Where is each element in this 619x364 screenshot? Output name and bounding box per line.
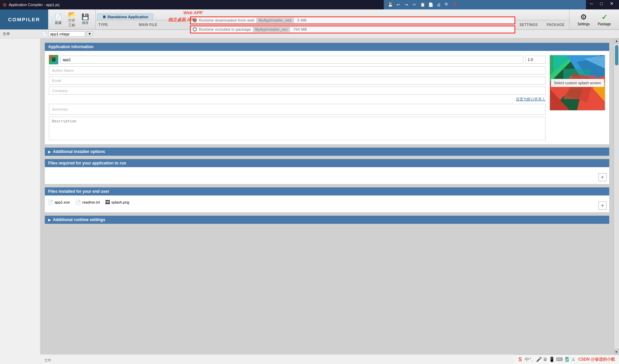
bottom-brand: CSDN @奋进的小航 [578, 357, 615, 362]
file-name-area: 📄 app1.mlapp ▼ [40, 31, 94, 37]
qtb-paste[interactable]: 📄 [427, 1, 434, 8]
files-required-header: Files required for your application to r… [45, 159, 609, 167]
qtb-undo[interactable]: ↩ [395, 1, 402, 8]
pkg-mcr-size: 754 MB [293, 27, 307, 31]
company-row [49, 87, 546, 95]
additional-installer-header[interactable]: ▶ Additional installer options [45, 148, 609, 156]
col-type: TYPE [96, 23, 136, 27]
add-required-file-button[interactable]: + [598, 173, 607, 181]
file-icon-readme: 📄 [75, 200, 81, 205]
file-icon-exe: 📄 [48, 200, 53, 205]
file-name-readme: readme.txt [82, 200, 100, 204]
save-label: 保存 [82, 21, 89, 25]
installed-file-list: 📄 app1.exe 📄 readme.txt 🖼 splash.png [48, 198, 607, 206]
additional-runtime-header[interactable]: ▶ Additional runtime settings [45, 216, 609, 224]
files-installed-header: Files installed for your end user [45, 187, 609, 195]
content-area: Application information 🖥 [40, 38, 614, 355]
summary-input[interactable] [49, 104, 546, 115]
web-app-annotation: Web APP [183, 10, 203, 15]
files-installed-section: Files installed for your end user 📄 app1… [44, 187, 610, 213]
desktop-app-annotation: 独立桌面 APP [168, 17, 196, 23]
bottom-icons: 中°、🎤 🖥 📱 ⌨ 🎽 ⚔ [525, 357, 576, 363]
radio-pkg[interactable] [193, 27, 197, 31]
settings-label: Settings [578, 22, 590, 26]
app-info-title: Application information [48, 44, 94, 49]
package-icon: ✓ [601, 13, 608, 22]
col-settings: SETTINGS [515, 23, 542, 27]
file-section-label: 文件 [44, 358, 51, 363]
app-version-input[interactable] [525, 56, 546, 64]
files-installed-title: Files installed for your end user [48, 189, 109, 194]
sidebar-label-area: 文件 [0, 32, 40, 36]
browse-button[interactable]: ▼ [86, 31, 93, 36]
pkg-web-size: 5 MB [297, 18, 307, 22]
open-icon: 📂 [68, 11, 75, 18]
scroll-up[interactable]: ▲ [614, 38, 619, 44]
save-icon: 💾 [82, 14, 89, 20]
restore-button[interactable]: □ [597, 0, 606, 7]
qtb-cut[interactable]: ✂ [411, 1, 418, 8]
app-info-section: Application information 🖥 [44, 42, 610, 145]
default-contact-link[interactable]: 设置为默认联系人 [516, 97, 546, 101]
col-package: PACKAGE [542, 23, 569, 27]
additional-runtime-section: ▶ Additional runtime settings [44, 215, 610, 224]
app-form-left: 🖥 设 [49, 55, 546, 140]
minimize-button[interactable]: ─ [587, 0, 596, 7]
window-title: Application Compiler - app1.prj [9, 3, 59, 7]
runtime-arrow: ▶ [48, 218, 51, 222]
pkg-mcr-label: Runtime included in package [199, 27, 251, 31]
settings-button[interactable]: ⚙ Settings [575, 11, 592, 27]
pkg-web-name: MyAppInstaller_web [256, 18, 294, 23]
qtb-print[interactable]: 🖨 [435, 1, 442, 8]
mlapp-file-icon: 📄 [42, 31, 47, 36]
qtb-copy[interactable]: 📋 [419, 1, 426, 8]
qtb-find[interactable]: 🔍 [443, 1, 451, 8]
splash-overlay-text[interactable]: Select custom splash screen [551, 79, 604, 87]
bottom-icon-s: S [518, 357, 522, 363]
scroll-down[interactable]: ▼ [614, 349, 619, 355]
default-contact-row: 设置为默认联系人 [49, 97, 546, 102]
package-label: Package [598, 22, 611, 26]
splash-area[interactable]: Select custom splash screen [550, 55, 605, 111]
pkg-web-label: Runtime downloaded from web [199, 18, 254, 22]
pkg-option-pkg[interactable]: Runtime included in package MyAppInstall… [190, 26, 515, 33]
qtb-redo[interactable]: ↪ [403, 1, 410, 8]
open-label: 打开 工程 [68, 18, 75, 28]
scroll-thumb[interactable] [615, 45, 618, 65]
qtb-save[interactable]: 💾 [386, 1, 394, 8]
compiler-label: COMPILER [8, 17, 40, 22]
new-icon: 📄 [55, 14, 62, 20]
package-button[interactable]: ✓ Package [595, 11, 614, 27]
save-button[interactable]: 💾 保存 [79, 12, 91, 27]
app-icon-box: 🖥 [49, 55, 58, 64]
new-button[interactable]: 📄 新建 [52, 12, 64, 27]
compiler-label-section: COMPILER [0, 9, 48, 29]
description-textarea[interactable] [49, 117, 546, 140]
additional-installer-title: Additional installer options [53, 149, 105, 154]
col-mainfile: MAIN FILE [136, 23, 190, 27]
qtb-help[interactable]: ❓ [451, 1, 459, 8]
settings-icon: ⚙ [580, 13, 587, 22]
open-button[interactable]: 📂 打开 工程 [66, 10, 78, 29]
column-headers-row: TYPE MAIN FILE Runtime downloaded from w… [96, 20, 569, 29]
tab-standalone[interactable]: 🖥 Standalone Application [97, 13, 153, 20]
files-required-title: Files required for your application to r… [48, 161, 126, 165]
bottom-bar: S 中°、🎤 🖥 📱 ⌨ 🎽 ⚔ CSDN @奋进的小航 [514, 355, 619, 364]
pkg-mcr-name: MyAppInstaller_mcr [253, 27, 290, 32]
pkg-option-web[interactable]: Runtime downloaded from web MyAppInstall… [190, 17, 515, 24]
files-required-section: Files required for your application to r… [44, 159, 610, 184]
file-name-exe: app1.exe [55, 200, 70, 204]
scrollbar[interactable]: ▲ ▼ [614, 38, 619, 355]
email-input[interactable] [49, 77, 546, 85]
add-installed-file-button[interactable]: + [598, 202, 607, 210]
additional-installer-section: ▶ Additional installer options [44, 147, 610, 156]
file-name-display: app1.mlapp [49, 31, 85, 37]
close-button[interactable]: ✕ [607, 0, 616, 7]
files-required-content: + [45, 167, 609, 184]
app-name-input[interactable] [60, 56, 523, 64]
author-input[interactable] [49, 66, 546, 74]
files-installed-content: 📄 app1.exe 📄 readme.txt 🖼 splash.png + [45, 195, 609, 212]
list-item: 📄 app1.exe [48, 200, 70, 205]
app-info-content: 🖥 设 [45, 51, 609, 144]
company-input[interactable] [49, 87, 546, 95]
